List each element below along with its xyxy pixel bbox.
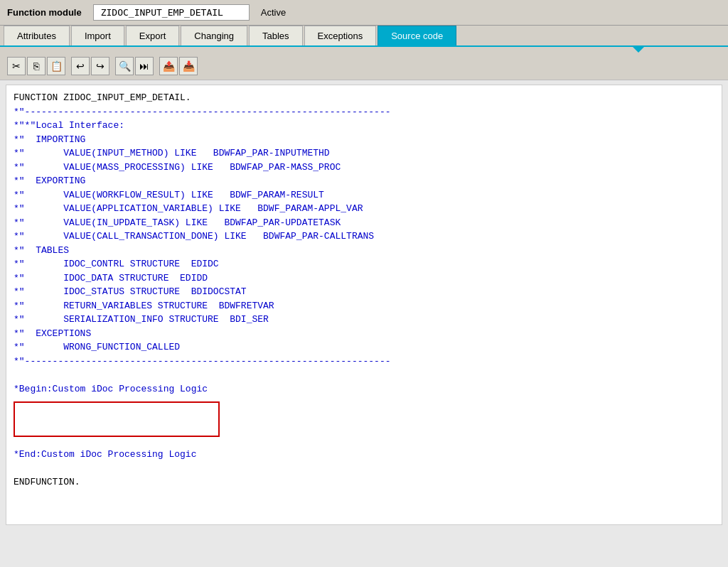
code-line: *" RETURN_VARIABLES STRUCTURE BDWFRETVAR <box>14 299 714 313</box>
upload-button[interactable]: 📤 <box>159 57 178 75</box>
code-line: *" SERIALIZATION_INFO STRUCTURE BDI_SER <box>14 313 714 327</box>
redo-button[interactable]: ↪ <box>91 57 109 75</box>
code-line: *"--------------------------------------… <box>14 355 714 369</box>
code-line <box>14 461 714 475</box>
function-module-label: Function module <box>7 7 82 18</box>
function-name-display: ZIDOC_INPUT_EMP_DETAIL <box>93 4 250 21</box>
paste-button[interactable]: 📋 <box>47 57 65 75</box>
code-line: *" VALUE(WORKFLOW_RESULT) LIKE BDWF_PARA… <box>14 188 714 202</box>
code-line: *" IDOC_DATA STRUCTURE EDIDD <box>14 271 714 286</box>
custom-code-input-box[interactable] <box>14 401 220 437</box>
tab-pointer-icon <box>633 47 644 53</box>
status-label: Active <box>261 7 286 18</box>
code-line: *" TABLES <box>14 244 714 258</box>
code-line: *" EXCEPTIONS <box>14 327 714 341</box>
code-line: *" VALUE(APPLICATION_VARIABLE) LIKE BDWF… <box>14 202 714 216</box>
undo-button[interactable]: ↩ <box>71 57 90 75</box>
code-line-begin-custom: *Begin:Custom iDoc Processing Logic <box>14 382 714 396</box>
code-line: *" VALUE(INPUT_METHOD) LIKE BDWFAP_PAR-I… <box>14 146 714 161</box>
copy-button[interactable]: ⎘ <box>27 57 46 75</box>
tab-export[interactable]: Export <box>126 26 180 45</box>
code-line: *" VALUE(CALL_TRANSACTION_DONE) LIKE BDW… <box>14 230 714 244</box>
code-line-endfunction: ENDFUNCTION. <box>14 475 714 490</box>
tab-attributes[interactable]: Attributes <box>4 26 70 45</box>
code-line: *" EXPORTING <box>14 174 714 188</box>
tabs-bar: Attributes Import Export Changing Tables… <box>0 26 728 47</box>
tab-indicator <box>0 47 728 53</box>
find-button[interactable]: 🔍 <box>115 57 134 75</box>
tab-import[interactable]: Import <box>71 26 124 45</box>
header-bar: Function module ZIDOC_INPUT_EMP_DETAIL A… <box>0 0 728 26</box>
code-line-end-custom: *End:Custom iDoc Processing Logic <box>14 448 714 462</box>
code-line: *" VALUE(MASS_PROCESSING) LIKE BDWFAP_PA… <box>14 161 714 175</box>
code-line: *" IDOC_CONTRL STRUCTURE EDIDC <box>14 257 714 271</box>
code-line: *"--------------------------------------… <box>14 105 714 119</box>
source-code-area[interactable]: FUNCTION ZIDOC_INPUT_EMP_DETAIL. *"-----… <box>6 85 722 525</box>
find-next-button[interactable]: ⏭ <box>135 57 154 75</box>
code-line: *" WRONG_FUNCTION_CALLED <box>14 340 714 355</box>
code-line: *"*"Local Interface: <box>14 119 714 133</box>
download-button[interactable]: 📥 <box>179 57 198 75</box>
tab-tables[interactable]: Tables <box>249 26 303 45</box>
code-line: *" IMPORTING <box>14 133 714 147</box>
cut-button[interactable]: ✂ <box>7 57 26 75</box>
code-line: *" VALUE(IN_UPDATE_TASK) LIKE BDWFAP_PAR… <box>14 216 714 230</box>
tab-changing[interactable]: Changing <box>181 26 247 45</box>
tab-source-code[interactable]: Source code <box>378 26 456 45</box>
tab-exceptions[interactable]: Exceptions <box>304 26 377 45</box>
toolbar: ✂ ⎘ 📋 ↩ ↪ 🔍 ⏭ 📤 📥 <box>0 53 728 80</box>
code-line: *" IDOC_STATUS STRUCTURE BDIDOCSTAT <box>14 285 714 299</box>
code-line: FUNCTION ZIDOC_INPUT_EMP_DETAIL. <box>14 91 714 105</box>
code-line <box>14 368 714 382</box>
